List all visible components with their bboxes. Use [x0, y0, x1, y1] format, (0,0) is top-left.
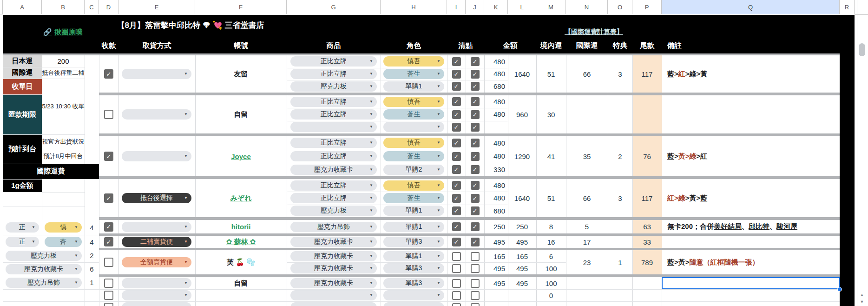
- tally-checkbox-1[interactable]: [452, 279, 461, 288]
- pickup-method-dropdown[interactable]: 二補賣貨便: [122, 237, 191, 247]
- tally-checkbox-1[interactable]: [452, 252, 461, 261]
- column-header-O[interactable]: O: [608, 0, 632, 14]
- role-dropdown[interactable]: 單購1: [383, 251, 444, 261]
- product-dropdown[interactable]: 壓克力收藏卡: [290, 278, 377, 288]
- product-dropdown[interactable]: 壓克力板: [290, 81, 377, 92]
- column-header-E[interactable]: E: [118, 0, 195, 14]
- tally-checkbox-2[interactable]: [471, 165, 480, 174]
- account-name[interactable]: ✿ 蘇林 ✿: [195, 236, 287, 248]
- role-dropdown[interactable]: 慎吾: [383, 56, 444, 67]
- role-dropdown[interactable]: [383, 302, 444, 306]
- product-dropdown[interactable]: 正比立牌: [290, 56, 377, 67]
- product-dropdown[interactable]: 壓克力板: [290, 206, 377, 216]
- role-dropdown[interactable]: 慎吾: [383, 138, 444, 148]
- tally-checkbox-2[interactable]: [471, 181, 480, 190]
- role-dropdown[interactable]: 單購1: [383, 206, 444, 216]
- role-dropdown[interactable]: 慎吾: [383, 97, 444, 107]
- tally-checkbox-1[interactable]: [452, 303, 461, 306]
- role-dropdown[interactable]: 蒼生: [383, 151, 444, 161]
- role-dropdown[interactable]: [383, 122, 444, 132]
- role-dropdown[interactable]: 蒼生: [383, 109, 444, 120]
- payment-checkbox[interactable]: [104, 193, 113, 203]
- vertical-scrollbar-thumb[interactable]: [859, 43, 865, 56]
- pickup-method-dropdown[interactable]: [122, 109, 191, 120]
- product-dropdown[interactable]: 壓克力收藏卡: [290, 165, 377, 175]
- account-name[interactable]: Joyce: [195, 136, 287, 176]
- tally-checkbox-2[interactable]: [471, 194, 480, 203]
- selection-fill-handle[interactable]: [837, 287, 842, 292]
- shipping-calculator-link[interactable]: 【國際運費計算表】: [557, 26, 631, 38]
- pickup-method-dropdown[interactable]: [122, 302, 191, 306]
- column-header-C[interactable]: C: [85, 0, 99, 14]
- payment-checkbox[interactable]: [104, 237, 113, 246]
- column-header-M[interactable]: M: [536, 0, 566, 14]
- product-dropdown[interactable]: 正比立牌: [290, 180, 377, 191]
- product-dropdown[interactable]: 壓克力吊飾: [290, 222, 377, 232]
- tally-checkbox-2[interactable]: [471, 82, 480, 91]
- column-header-Q[interactable]: Q: [662, 0, 840, 14]
- tally-checkbox-2[interactable]: [471, 252, 480, 261]
- scroll-down-button[interactable]: ▼: [858, 299, 866, 305]
- payment-checkbox[interactable]: [104, 69, 113, 79]
- tally-checkbox-1[interactable]: [452, 264, 461, 273]
- tally-checkbox-2[interactable]: [471, 279, 480, 288]
- summary-role-dropdown[interactable]: 蒼: [45, 237, 82, 247]
- tally-checkbox-1[interactable]: [452, 181, 461, 190]
- role-dropdown[interactable]: 蒼生: [383, 193, 444, 203]
- column-header-F[interactable]: F: [195, 0, 287, 14]
- tally-checkbox-1[interactable]: [452, 238, 461, 246]
- tally-checkbox-2[interactable]: [471, 123, 480, 132]
- tally-checkbox-1[interactable]: [452, 165, 461, 174]
- pickup-method-dropdown[interactable]: [122, 278, 191, 288]
- tally-checkbox-1[interactable]: [452, 82, 461, 91]
- role-dropdown[interactable]: 單購3: [383, 237, 444, 247]
- tally-checkbox-1[interactable]: [452, 123, 461, 132]
- tally-checkbox-1[interactable]: [452, 222, 461, 231]
- tally-checkbox-2[interactable]: [471, 291, 480, 300]
- tally-checkbox-1[interactable]: [452, 194, 461, 203]
- column-header-B[interactable]: B: [42, 0, 85, 14]
- product-dropdown[interactable]: 正比立牌: [290, 193, 377, 203]
- role-dropdown[interactable]: 單購3: [383, 278, 444, 288]
- summary-item-dropdown[interactable]: 正: [6, 222, 39, 233]
- product-dropdown[interactable]: 正比立牌: [290, 109, 377, 120]
- role-dropdown[interactable]: 單購1: [383, 222, 444, 232]
- role-dropdown[interactable]: 單購2: [383, 165, 444, 175]
- summary-item-dropdown[interactable]: 壓克力板: [6, 251, 82, 261]
- product-dropdown[interactable]: 壓克力收藏卡: [290, 263, 377, 273]
- product-dropdown[interactable]: [290, 302, 377, 306]
- payment-checkbox[interactable]: [104, 279, 113, 288]
- role-dropdown[interactable]: [383, 290, 444, 300]
- tally-checkbox-1[interactable]: [452, 152, 461, 161]
- tally-checkbox-1[interactable]: [452, 70, 461, 79]
- scroll-up-button[interactable]: ▲: [858, 292, 866, 298]
- tally-checkbox-2[interactable]: [471, 57, 480, 66]
- tally-checkbox-1[interactable]: [452, 110, 461, 119]
- account-name[interactable]: hitorii: [195, 220, 287, 233]
- product-dropdown[interactable]: [290, 290, 377, 300]
- column-header-H[interactable]: H: [381, 0, 447, 14]
- role-dropdown[interactable]: 慎吾: [383, 180, 444, 191]
- column-header-I[interactable]: I: [447, 0, 466, 14]
- column-header-P[interactable]: P: [632, 0, 662, 14]
- tally-checkbox-1[interactable]: [452, 291, 461, 300]
- tally-checkbox-2[interactable]: [471, 206, 480, 215]
- pickup-method-dropdown[interactable]: [122, 151, 191, 161]
- tally-checkbox-2[interactable]: [471, 303, 480, 306]
- tally-checkbox-1[interactable]: [452, 139, 461, 147]
- product-dropdown[interactable]: 正比立牌: [290, 69, 377, 79]
- payment-checkbox[interactable]: [104, 258, 113, 267]
- role-dropdown[interactable]: 單購3: [383, 263, 444, 273]
- account-name[interactable]: みぞれ: [195, 179, 287, 217]
- column-header-N[interactable]: N: [566, 0, 608, 14]
- column-header-D[interactable]: D: [99, 0, 118, 14]
- column-header-K[interactable]: K: [484, 0, 508, 14]
- tally-checkbox-2[interactable]: [471, 97, 480, 106]
- payment-checkbox[interactable]: [104, 291, 113, 300]
- payment-checkbox[interactable]: [104, 110, 113, 119]
- role-dropdown[interactable]: 蒼生: [383, 69, 444, 79]
- tally-checkbox-2[interactable]: [471, 70, 480, 79]
- tally-checkbox-2[interactable]: [471, 238, 480, 246]
- product-dropdown[interactable]: 壓克力收藏卡: [290, 237, 377, 247]
- payment-checkbox[interactable]: [104, 222, 113, 232]
